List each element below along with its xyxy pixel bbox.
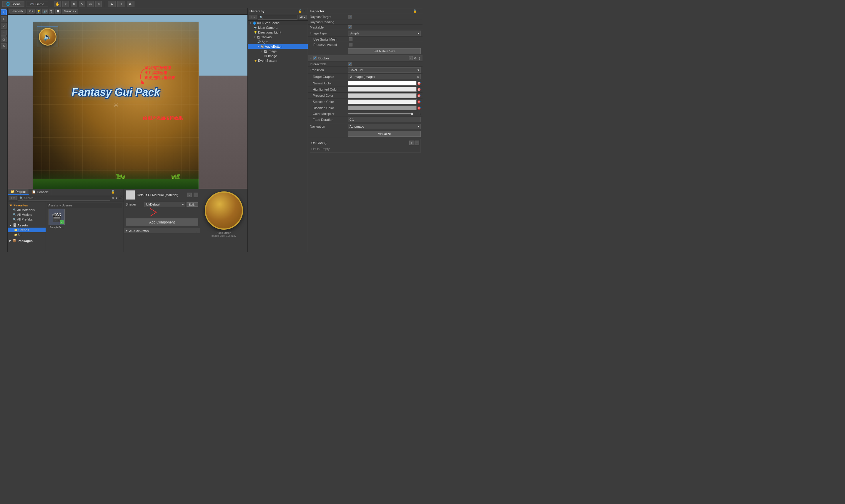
selected-color-swatch[interactable] xyxy=(348,100,417,104)
2d-toggle[interactable]: 2D xyxy=(27,9,35,14)
assets-header[interactable]: ▼ 🗄 Assets xyxy=(8,223,46,228)
sprite-mesh-check[interactable] xyxy=(349,37,352,41)
step-button[interactable]: ⏭ xyxy=(127,1,135,7)
normal-color-eyedropper[interactable]: 🎯 xyxy=(417,82,421,85)
hierarchy-scene-root[interactable]: ▼ 🔷 009-StartScene xyxy=(248,21,308,25)
project-tab-label: Project xyxy=(16,190,25,194)
maskable-check[interactable]: ✓ xyxy=(348,25,352,29)
fx-toggle[interactable]: 🌫 xyxy=(49,9,54,14)
button-settings-icon[interactable]: ⚙ xyxy=(414,57,417,60)
disabled-color-eyedropper[interactable]: 🎯 xyxy=(417,106,421,110)
tool-move-2d[interactable]: ✚ xyxy=(1,16,7,22)
tool-scale-2d[interactable]: ↔ xyxy=(1,30,7,36)
search-field[interactable] xyxy=(24,196,109,200)
target-graphic-field[interactable]: 🖼 Image (Image) ⊙ xyxy=(348,74,421,79)
sidebar-item-all-materials[interactable]: 🔍 All Materials xyxy=(8,208,46,212)
hierarchy-item-image-1[interactable]: ▼ 🖼 Image xyxy=(248,49,308,54)
packages-header[interactable]: ▶ 📦 Packages xyxy=(8,238,46,243)
search-input-project[interactable]: 🔍 xyxy=(18,196,110,200)
material-settings-btn[interactable]: ⋮ xyxy=(194,193,198,197)
hierarchy-item-audiobutton[interactable]: ▼ 🔘 AudioButton xyxy=(248,44,308,49)
hierarchy-lock-icon[interactable]: 🔓 xyxy=(298,10,302,13)
material-question-btn[interactable]: ? xyxy=(187,193,192,197)
hierarchy-item-bgm[interactable]: 🔊 Bgm xyxy=(248,39,308,44)
filter-icon[interactable]: ⚙ xyxy=(111,196,114,200)
shading-dropdown[interactable]: Shaded ▾ xyxy=(10,9,25,14)
tool-transform[interactable]: ⊕ xyxy=(95,1,102,7)
all-dropdown[interactable]: All ▾ xyxy=(299,15,306,19)
interactable-check[interactable]: ✓ xyxy=(348,62,352,66)
target-graphic-pick-icon[interactable]: ⊙ xyxy=(417,75,419,78)
hierarchy-item-main-camera[interactable]: 📷 Main Camera xyxy=(248,25,308,30)
audio-button-circle[interactable]: 🔈 xyxy=(39,28,56,46)
inspector-menu-icon[interactable]: ⋮ xyxy=(418,10,421,13)
overlay-toggle[interactable]: 🔲 xyxy=(55,9,60,14)
tool-rect[interactable]: ▭ xyxy=(87,1,93,7)
tool-move[interactable]: ✢ xyxy=(63,1,69,7)
inspector-content: Raycast Target ✓ Raycast Padding Maskabl… xyxy=(308,14,423,252)
preserve-aspect-check[interactable] xyxy=(349,43,352,47)
color-multiplier-slider-track[interactable] xyxy=(348,113,413,114)
onclick-remove-btn[interactable]: − xyxy=(415,141,419,145)
onclick-add-btn[interactable]: + xyxy=(409,141,414,145)
transition-dropdown[interactable]: Color Tint ▾ xyxy=(348,67,421,73)
inspector-lock-icon[interactable]: 🔓 xyxy=(413,10,417,13)
project-menu-icon[interactable]: ⋮ xyxy=(117,189,124,195)
light-toggle[interactable]: 💡 xyxy=(36,9,41,14)
create-btn[interactable]: + ▾ xyxy=(9,196,17,200)
navigation-arrow: ▾ xyxy=(418,125,419,128)
favorite-icon[interactable]: ★ xyxy=(115,196,118,200)
shader-dropdown[interactable]: UI/Default ▾ xyxy=(144,202,186,207)
sidebar-item-all-models[interactable]: 🔍 All Models xyxy=(8,212,46,217)
tool-rotate[interactable]: ↻ xyxy=(71,1,77,7)
sidebar-item-all-prefabs[interactable]: 🔍 All Prefabs xyxy=(8,217,46,222)
button-menu-icon[interactable]: ⋮ xyxy=(418,57,421,60)
gizmos-dropdown[interactable]: Gizmos ▾ xyxy=(62,9,78,14)
project-lock-icon[interactable]: 🔓 xyxy=(109,189,117,195)
tool-cursor[interactable]: ↖ xyxy=(1,10,7,15)
tool-rotate-2d[interactable]: ↺ xyxy=(1,23,7,29)
image-type-dropdown[interactable]: Simple ▾ xyxy=(348,31,421,36)
hierarchy-item-image-2[interactable]: 🖼 Image xyxy=(248,54,308,58)
highlighted-color-swatch[interactable] xyxy=(348,87,417,92)
set-native-size-btn[interactable]: Set Native Size xyxy=(348,48,421,54)
tool-hand[interactable]: ✋ xyxy=(54,1,60,7)
tab-game[interactable]: 🎮 Game xyxy=(26,1,48,7)
hierarchy-search-input[interactable]: 🔍 xyxy=(258,15,297,20)
hierarchy-create-btn[interactable]: + ▾ xyxy=(249,15,257,19)
hierarchy-item-canvas[interactable]: ▼ 🖼 Canvas xyxy=(248,35,308,39)
button-enabled-check[interactable]: ✓ xyxy=(313,56,317,60)
navigation-dropdown[interactable]: Automatic ▾ xyxy=(348,124,421,129)
raycast-target-check[interactable]: ✓ xyxy=(348,15,352,19)
normal-color-swatch[interactable] xyxy=(348,81,417,86)
edit-shader-btn[interactable]: Edit... xyxy=(187,202,198,207)
tab-console[interactable]: 📋 Console xyxy=(29,189,52,195)
highlighted-color-eyedropper[interactable]: 🎯 xyxy=(417,88,421,91)
disabled-color-swatch[interactable] xyxy=(348,106,417,110)
audiobutton-settings-btn[interactable]: ⋮ xyxy=(195,229,198,233)
play-button[interactable]: ▶ xyxy=(108,1,116,7)
hierarchy-item-dir-light[interactable]: 💡 Directional Light xyxy=(248,30,308,35)
pause-button[interactable]: ⏸ xyxy=(118,1,125,7)
fade-duration-input[interactable]: 0.1 xyxy=(348,117,421,122)
button-help-icon[interactable]: ? xyxy=(409,56,413,60)
hierarchy-item-eventsystem[interactable]: ⚡ EventSystem xyxy=(248,58,308,63)
favorites-header[interactable]: ★ Favorites xyxy=(8,203,46,208)
tab-project[interactable]: 📁 Project xyxy=(8,189,29,195)
sidebar-item-scenes[interactable]: 📁 Scenes xyxy=(8,228,46,232)
tool-scale[interactable]: ⤡ xyxy=(79,1,85,7)
audiobutton-section-header[interactable]: ▼ AudioButton ⋮ xyxy=(124,228,200,234)
pressed-color-swatch[interactable] xyxy=(348,93,417,98)
tool-custom[interactable]: ⊛ xyxy=(1,43,7,49)
hierarchy-menu-icon[interactable]: ⋮ xyxy=(303,10,306,13)
pressed-color-eyedropper[interactable]: 🎯 xyxy=(417,94,421,97)
tool-rect-2d[interactable]: ▢ xyxy=(1,36,7,42)
visualize-btn[interactable]: Visualize xyxy=(348,131,421,137)
selected-color-eyedropper[interactable]: 🎯 xyxy=(417,100,421,104)
tab-scene[interactable]: 🌐 Scene xyxy=(2,1,24,7)
add-component-btn[interactable]: Add Component xyxy=(126,218,198,226)
audio-toggle[interactable]: 🔊 xyxy=(42,9,48,14)
asset-item-samplescene[interactable]: 🎬 ✓ SampleSc... xyxy=(47,209,66,229)
sidebar-item-ui[interactable]: 📁 UI xyxy=(8,232,46,237)
button-section-header[interactable]: ▼ ✓ Button ? ⚙ ⋮ xyxy=(308,55,423,61)
